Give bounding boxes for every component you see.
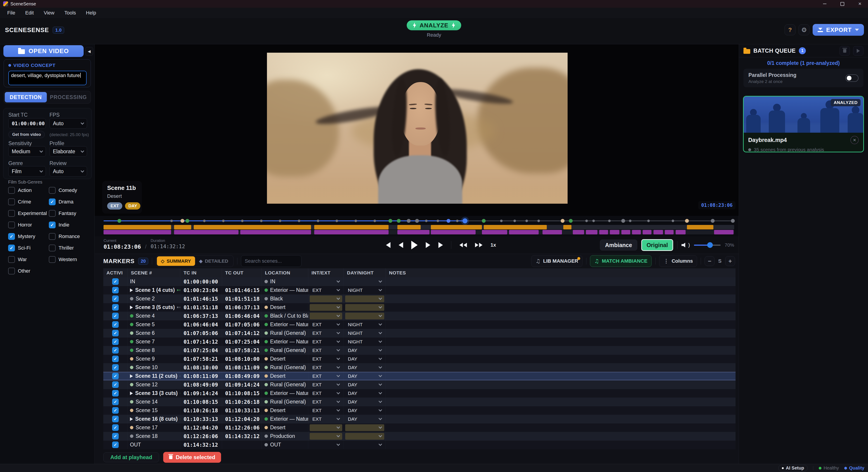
genre-checkbox-western[interactable]: Western — [49, 256, 90, 263]
column-header[interactable]: TC IN — [180, 268, 222, 277]
day-night-dropdown[interactable]: DAY — [345, 347, 384, 354]
scene-segment[interactable] — [174, 230, 239, 234]
menu-item-tools[interactable]: Tools — [64, 10, 76, 16]
settings-button[interactable]: ⚙ — [799, 24, 809, 35]
row-checkbox[interactable] — [112, 441, 119, 448]
row-checkbox[interactable] — [112, 424, 119, 431]
scene-segment[interactable] — [665, 230, 674, 234]
ambiance-audio-button[interactable]: Ambiance — [600, 240, 637, 250]
row-checkbox[interactable] — [112, 295, 119, 302]
fps-select[interactable]: Auto — [50, 118, 87, 129]
scene-segment[interactable] — [676, 230, 686, 234]
ambiance-segment[interactable] — [397, 225, 421, 229]
table-row[interactable]: Scene 801:07:25:0401:07:58:21Rural (Gene… — [103, 346, 736, 355]
genre-checkbox-comedy[interactable]: Comedy — [49, 187, 90, 194]
day-night-dropdown[interactable] — [345, 424, 384, 431]
checkbox-icon[interactable] — [8, 198, 15, 205]
timeline-marker[interactable] — [608, 220, 611, 222]
int-ext-dropdown[interactable] — [310, 304, 342, 311]
timeline-marker[interactable] — [355, 220, 357, 222]
expand-arrow-icon[interactable] — [130, 374, 133, 378]
genre-checkbox-crime[interactable]: Crime — [8, 198, 49, 205]
scene-segment[interactable] — [573, 230, 584, 234]
timeline-marker[interactable] — [561, 219, 565, 223]
timeline-marker[interactable] — [711, 219, 715, 223]
row-checkbox[interactable] — [112, 347, 119, 353]
table-row[interactable]: Scene 1 (4 cuts)01:00:23:0401:01:46:15Ex… — [103, 286, 736, 294]
scene-segment[interactable] — [431, 230, 475, 234]
tab-summary[interactable]: ◇ SUMMARY — [157, 256, 195, 266]
start-tc-input[interactable]: 01:00:00:00 — [8, 118, 46, 129]
menu-item-help[interactable]: Help — [86, 10, 96, 16]
day-night-dropdown[interactable]: DAY — [345, 355, 384, 363]
timeline-marker[interactable] — [731, 219, 735, 223]
day-night-dropdown[interactable]: NIGHT — [345, 321, 384, 328]
table-row[interactable]: Scene 501:06:46:0401:07:05:06Exterior — … — [103, 320, 736, 329]
checkbox-checked-icon[interactable] — [49, 222, 56, 228]
checkbox-icon[interactable] — [8, 268, 15, 275]
row-checkbox[interactable] — [112, 304, 119, 311]
timeline-marker[interactable] — [672, 220, 674, 222]
genre-checkbox-indie[interactable]: Indie — [49, 221, 90, 228]
scene-segments-track[interactable] — [103, 230, 734, 234]
notes-cell[interactable] — [386, 338, 736, 346]
notes-cell[interactable] — [386, 398, 736, 406]
table-row[interactable]: Scene 1701:12:04:2001:12:26:06Desert — [103, 423, 736, 432]
row-checkbox[interactable] — [112, 407, 119, 414]
row-checkbox[interactable] — [112, 416, 119, 422]
analyze-button[interactable]: ANALYZE — [407, 20, 461, 30]
row-checkbox[interactable] — [112, 381, 119, 388]
column-header[interactable]: LOCATION — [262, 268, 308, 277]
timeline-marker[interactable] — [569, 219, 573, 223]
day-night-dropdown[interactable] — [345, 313, 384, 319]
timeline-marker[interactable] — [500, 220, 503, 222]
row-size-decrease-button[interactable]: − — [705, 256, 715, 266]
rewind-button[interactable] — [459, 243, 467, 247]
notes-cell[interactable] — [386, 441, 736, 449]
notes-cell[interactable] — [386, 380, 736, 389]
int-ext-dropdown[interactable]: EXT — [310, 287, 342, 294]
genre-checkbox-fantasy[interactable]: Fantasy — [49, 210, 90, 217]
timeline-marker[interactable] — [621, 219, 625, 223]
ambiance-segment[interactable] — [314, 225, 389, 229]
notes-cell[interactable] — [386, 432, 736, 440]
review-select[interactable]: Auto — [50, 166, 87, 177]
timeline-marker[interactable] — [592, 220, 595, 222]
row-checkbox[interactable] — [112, 355, 119, 362]
scene-segment[interactable] — [621, 230, 630, 234]
table-row[interactable]: Scene 1801:12:26:0601:14:32:12Production — [103, 432, 736, 441]
notes-cell[interactable] — [386, 363, 736, 372]
scene-segment[interactable] — [643, 230, 651, 234]
notes-cell[interactable] — [386, 286, 736, 294]
collapse-sidebar-button[interactable]: ◀ — [85, 47, 93, 56]
timeline-marker[interactable] — [436, 220, 439, 222]
column-header[interactable]: DAY/NIGHT — [344, 268, 386, 277]
timeline-marker[interactable] — [279, 220, 281, 222]
ambiance-segment[interactable] — [103, 225, 171, 229]
genre-checkbox-romance[interactable]: Romance — [49, 233, 90, 240]
row-checkbox[interactable] — [112, 390, 119, 397]
parallel-processing-toggle[interactable] — [845, 74, 859, 82]
checkbox-icon[interactable] — [8, 256, 15, 263]
scene-segment[interactable] — [632, 230, 641, 234]
table-row[interactable]: Scene 701:07:14:1201:07:25:04Exterior — … — [103, 338, 736, 346]
table-row[interactable]: Scene 1501:10:26:1801:10:33:13DesertEXTD… — [103, 406, 736, 415]
day-night-dropdown[interactable]: DAY — [345, 407, 384, 414]
maximize-button[interactable] — [840, 2, 844, 6]
notes-cell[interactable] — [386, 372, 736, 380]
clear-queue-button[interactable] — [839, 46, 850, 56]
table-row[interactable]: Scene 3 (5 cuts)01:01:51:1801:06:37:13De… — [103, 303, 736, 312]
delete-selected-button[interactable]: Delete selected — [163, 452, 221, 463]
timeline-marker[interactable] — [117, 219, 121, 223]
int-ext-dropdown[interactable]: EXT — [310, 321, 342, 328]
scene-segment[interactable] — [653, 230, 663, 234]
notes-cell[interactable] — [386, 423, 736, 432]
column-header[interactable]: INT/EXT — [308, 268, 344, 277]
notes-cell[interactable] — [386, 346, 736, 354]
remove-from-queue-button[interactable]: ✕ — [850, 136, 859, 144]
checkbox-icon[interactable] — [49, 233, 56, 240]
scene-segment[interactable] — [397, 230, 430, 234]
genre-checkbox-drama[interactable]: Drama — [49, 198, 90, 205]
row-checkbox[interactable] — [112, 330, 119, 336]
checkbox-icon[interactable] — [49, 245, 56, 251]
